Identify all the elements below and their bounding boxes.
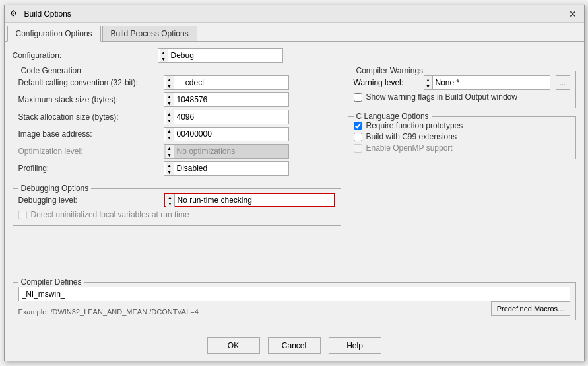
spinner-down[interactable]: ▼: [166, 117, 174, 124]
profiling-label: Profiling:: [18, 164, 164, 173]
max-stack-input[interactable]: [176, 95, 287, 104]
debugging-level-spinner: ▲ ▼: [166, 194, 175, 207]
require-prototypes-label: Require function prototypes: [366, 121, 463, 130]
calling-convention-label: Default calling convention (32-bit):: [18, 78, 164, 87]
spinner-down[interactable]: ▼: [166, 83, 174, 89]
stack-alloc-input-wrapper: ▲ ▼: [164, 110, 289, 124]
help-button[interactable]: Help: [329, 337, 381, 354]
profiling-input-wrapper: ▲ ▼: [164, 161, 289, 176]
tab-configuration-options[interactable]: Configuration Options: [7, 26, 101, 42]
spinner-up[interactable]: ▲: [166, 194, 174, 200]
spinner-up[interactable]: ▲: [166, 145, 174, 151]
optimization-label: Optimization level:: [18, 147, 164, 156]
require-prototypes-checkbox[interactable]: [354, 122, 362, 130]
stack-alloc-label: Stack allocation size (bytes):: [18, 112, 164, 122]
calling-convention-input[interactable]: [176, 78, 287, 87]
debugging-level-input-wrapper: ▲ ▼: [164, 193, 335, 207]
image-base-row: Image base address: ▲ ▼: [18, 127, 335, 141]
max-stack-spinner: ▲ ▼: [166, 93, 174, 106]
compiler-defines-group: Compiler Defines Example: /DWIN32_LEAN_A…: [13, 282, 576, 320]
tab-bar: Configuration Options Build Process Opti…: [5, 23, 584, 42]
openmp-support-label: Enable OpenMP support: [366, 143, 453, 153]
openmp-support-checkbox[interactable]: [354, 144, 362, 153]
compiler-warnings-group: Compiler Warnings Warning level: ▲ ▼ ...: [348, 71, 576, 108]
debugging-options-group: Debugging Options Debugging level: ▲ ▼: [13, 188, 341, 226]
max-stack-row: Maximum stack size (bytes): ▲ ▼: [18, 92, 335, 107]
cancel-button[interactable]: Cancel: [268, 337, 321, 354]
spinner-down[interactable]: ▼: [166, 200, 174, 207]
detect-uninit-label: Detect uninitialized local variables at …: [31, 210, 189, 219]
title-bar-left: ⚙ Build Options: [10, 9, 71, 19]
optimization-input-wrapper: ▲ ▼: [164, 144, 289, 159]
max-stack-label: Maximum stack size (bytes):: [18, 95, 164, 104]
spinner-up[interactable]: ▲: [166, 110, 174, 117]
tab-build-process-options[interactable]: Build Process Options: [102, 26, 197, 41]
spinner-up[interactable]: ▲: [160, 49, 168, 55]
spinner-up[interactable]: ▲: [424, 76, 432, 83]
configuration-row: Configuration: ▲ ▼: [13, 48, 576, 63]
example-value: /DWIN32_LEAN_AND_MEAN /DCONTVAL=4: [50, 308, 198, 316]
debugging-options-title: Debugging Options: [18, 184, 92, 193]
max-stack-input-wrapper: ▲ ▼: [164, 92, 289, 107]
detect-uninit-row: Detect uninitialized local variables at …: [18, 210, 335, 219]
optimization-input: [176, 147, 287, 156]
c99-extensions-row: Build with C99 extensions: [354, 132, 570, 141]
c-language-options-group: C Language Options Require function prot…: [348, 116, 576, 159]
right-column: Compiler Warnings Warning level: ▲ ▼ ...: [348, 71, 576, 277]
openmp-support-row: Enable OpenMP support: [354, 143, 570, 153]
profiling-spinner: ▲ ▼: [166, 162, 174, 175]
code-generation-title: Code Generation: [18, 66, 84, 75]
dialog-body: Configuration: ▲ ▼ Code Generation Defau…: [5, 42, 584, 330]
code-generation-group: Code Generation Default calling conventi…: [13, 71, 341, 180]
title-bar: ⚙ Build Options ✕: [5, 5, 584, 23]
compiler-defines-title: Compiler Defines: [18, 277, 84, 287]
predefined-macros-button[interactable]: Predefined Macros...: [491, 301, 570, 316]
debugging-level-row: Debugging level: ▲ ▼: [18, 193, 335, 207]
show-warning-flags-row: Show warning flags in Build Output windo…: [354, 92, 570, 102]
main-content: Code Generation Default calling conventi…: [13, 71, 576, 277]
ok-button[interactable]: OK: [207, 337, 260, 354]
left-column: Code Generation Default calling conventi…: [13, 71, 341, 277]
window-title: Build Options: [24, 9, 71, 18]
spinner-up[interactable]: ▲: [166, 93, 174, 100]
spinner-down[interactable]: ▼: [166, 151, 174, 158]
dialog: ⚙ Build Options ✕ Configuration Options …: [4, 5, 585, 361]
configuration-input[interactable]: [170, 51, 281, 60]
stack-alloc-input[interactable]: [176, 112, 287, 122]
close-button[interactable]: ✕: [567, 8, 579, 20]
spinner-down[interactable]: ▼: [424, 83, 432, 89]
warning-level-input[interactable]: [434, 78, 550, 87]
warning-level-label: Warning level:: [354, 78, 420, 87]
detect-uninit-checkbox[interactable]: [18, 211, 27, 219]
image-base-spinner: ▲ ▼: [166, 128, 174, 141]
image-base-input[interactable]: [176, 129, 287, 139]
profiling-row: Profiling: ▲ ▼: [18, 161, 335, 176]
stack-alloc-row: Stack allocation size (bytes): ▲ ▼: [18, 110, 335, 124]
image-base-input-wrapper: ▲ ▼: [164, 127, 289, 141]
spinner-up[interactable]: ▲: [166, 76, 174, 83]
spinner-down[interactable]: ▼: [160, 55, 168, 62]
warning-level-row: Warning level: ▲ ▼ ...: [354, 75, 570, 90]
spinner-down[interactable]: ▼: [166, 134, 174, 141]
show-warning-flags-checkbox[interactable]: [354, 93, 362, 102]
compiler-warnings-title: Compiler Warnings: [354, 66, 426, 75]
spinner-up[interactable]: ▲: [166, 162, 174, 168]
compiler-defines-input[interactable]: [18, 287, 570, 301]
c99-extensions-checkbox[interactable]: [354, 133, 362, 141]
spinner-up[interactable]: ▲: [166, 128, 174, 134]
compiler-defines-row: Example: /DWIN32_LEAN_AND_MEAN /DCONTVAL…: [18, 301, 570, 316]
window-icon: ⚙: [10, 9, 20, 19]
optimization-spinner: ▲ ▼: [166, 145, 174, 158]
calling-convention-input-wrapper: ▲ ▼: [164, 75, 289, 90]
debugging-level-input[interactable]: [176, 196, 333, 205]
show-warning-flags-label: Show warning flags in Build Output windo…: [366, 92, 517, 102]
ellipsis-button[interactable]: ...: [556, 75, 570, 90]
footer: OK Cancel Help: [5, 330, 584, 361]
example-label: Example:: [18, 308, 49, 316]
debugging-level-label: Debugging level:: [18, 196, 164, 205]
spinner-down[interactable]: ▼: [166, 100, 174, 106]
profiling-input[interactable]: [176, 164, 287, 173]
compiler-defines-example: Example: /DWIN32_LEAN_AND_MEAN /DCONTVAL…: [18, 308, 199, 316]
stack-alloc-spinner: ▲ ▼: [166, 110, 174, 124]
spinner-down[interactable]: ▼: [166, 168, 174, 175]
